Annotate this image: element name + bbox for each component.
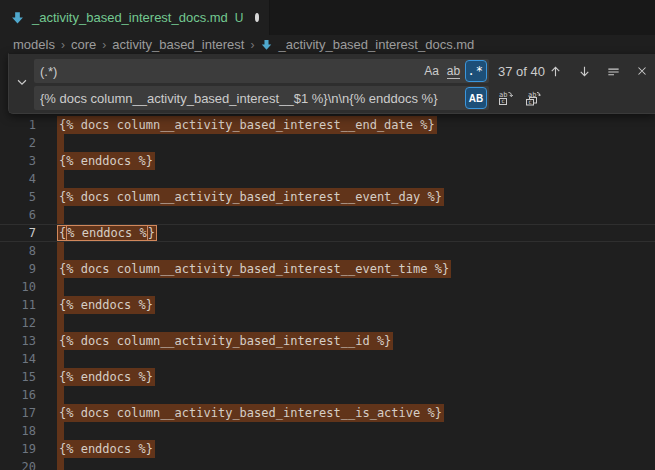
tab-title: _activity_based_interest_docs.md bbox=[32, 10, 228, 25]
previous-match-button[interactable] bbox=[545, 61, 565, 81]
regex-option[interactable]: .* bbox=[466, 61, 486, 81]
breadcrumb: models › core › activity_based_interest … bbox=[0, 35, 655, 54]
find-match-highlight: {% docs column__activity_based_interest_… bbox=[57, 188, 444, 206]
breadcrumb-separator: › bbox=[102, 38, 106, 52]
code-line[interactable]: 12 bbox=[0, 314, 655, 332]
find-match-highlight: {% docs column__activity_based_interest_… bbox=[57, 332, 393, 350]
code-line[interactable]: 4 bbox=[0, 170, 655, 188]
line-number: 18 bbox=[0, 422, 44, 440]
code-line[interactable]: 20 bbox=[0, 458, 655, 470]
breadcrumb-item-models[interactable]: models bbox=[13, 37, 55, 52]
next-match-button[interactable] bbox=[574, 61, 594, 81]
code-line[interactable]: 6 bbox=[0, 206, 655, 224]
code-line[interactable]: 3{% enddocs %} bbox=[0, 152, 655, 170]
find-match-empty bbox=[57, 134, 64, 152]
line-content bbox=[44, 170, 64, 188]
svg-text:c: c bbox=[501, 97, 505, 104]
code-line[interactable]: 14 bbox=[0, 350, 655, 368]
replace-input[interactable] bbox=[34, 86, 466, 110]
line-content: {% enddocs %} bbox=[44, 225, 157, 241]
replace-button[interactable]: ab c bbox=[496, 88, 516, 108]
line-number: 8 bbox=[0, 242, 44, 260]
code-line[interactable]: 5{% docs column__activity_based_interest… bbox=[0, 188, 655, 206]
code-line[interactable]: 13{% docs column__activity_based_interes… bbox=[0, 332, 655, 350]
find-match-highlight: {% enddocs %} bbox=[57, 225, 157, 241]
breadcrumb-item-file[interactable]: _activity_based_interest_docs.md bbox=[260, 37, 474, 52]
line-content bbox=[44, 386, 64, 404]
find-match-empty bbox=[57, 422, 64, 440]
replace-all-icon: ab c bbox=[525, 90, 541, 106]
replace-icon: ab c bbox=[498, 90, 514, 106]
breadcrumb-item-activity-based-interest[interactable]: activity_based_interest bbox=[112, 37, 244, 52]
line-number: 6 bbox=[0, 206, 44, 224]
replace-input-box: AB bbox=[34, 86, 489, 110]
find-match-empty bbox=[57, 386, 64, 404]
code-line[interactable]: 18 bbox=[0, 422, 655, 440]
find-match-empty bbox=[57, 242, 64, 260]
code-line[interactable]: 16 bbox=[0, 386, 655, 404]
code-line[interactable]: 9{% docs column__activity_based_interest… bbox=[0, 260, 655, 278]
find-match-empty bbox=[57, 350, 64, 368]
line-content: {% docs column__activity_based_interest_… bbox=[44, 260, 451, 278]
code-line[interactable]: 19{% enddocs %} bbox=[0, 440, 655, 458]
preserve-case-option[interactable]: AB bbox=[466, 88, 486, 108]
markdown-file-icon bbox=[260, 38, 273, 51]
breadcrumb-separator: › bbox=[61, 38, 65, 52]
find-match-highlight: {% enddocs %} bbox=[57, 296, 155, 314]
code-line[interactable]: 17{% docs column__activity_based_interes… bbox=[0, 404, 655, 422]
find-match-empty bbox=[57, 206, 64, 224]
line-number: 10 bbox=[0, 278, 44, 296]
find-match-highlight: {% docs column__activity_based_interest_… bbox=[57, 404, 444, 422]
line-content bbox=[44, 314, 64, 332]
tab-activity-docs[interactable]: _activity_based_interest_docs.md U bbox=[0, 0, 270, 35]
breadcrumb-file-label: _activity_based_interest_docs.md bbox=[278, 37, 474, 52]
line-content bbox=[44, 350, 64, 368]
breadcrumb-item-core[interactable]: core bbox=[71, 37, 96, 52]
find-match-empty bbox=[57, 314, 64, 332]
code-line[interactable]: 8 bbox=[0, 242, 655, 260]
find-match-empty bbox=[57, 458, 64, 470]
match-case-option[interactable]: Aa bbox=[422, 61, 442, 81]
line-content: {% enddocs %} bbox=[44, 440, 155, 458]
line-content bbox=[44, 458, 64, 470]
code-line[interactable]: 1{% docs column__activity_based_interest… bbox=[0, 116, 655, 134]
line-number: 3 bbox=[0, 152, 44, 170]
arrow-up-icon bbox=[548, 64, 563, 79]
find-match-empty bbox=[57, 170, 64, 188]
close-icon bbox=[635, 64, 649, 78]
close-find-button[interactable] bbox=[632, 61, 652, 81]
line-content: {% enddocs %} bbox=[44, 152, 155, 170]
unsaved-dot-icon[interactable] bbox=[255, 13, 259, 22]
line-number: 5 bbox=[0, 188, 44, 206]
git-untracked-badge: U bbox=[235, 11, 244, 25]
line-content bbox=[44, 206, 64, 224]
line-number: 12 bbox=[0, 314, 44, 332]
find-input[interactable] bbox=[34, 59, 422, 83]
toggle-replace-button[interactable] bbox=[9, 54, 34, 113]
find-match-highlight: {% docs column__activity_based_interest_… bbox=[57, 260, 451, 278]
line-content bbox=[44, 242, 64, 260]
code-line[interactable]: 10 bbox=[0, 278, 655, 296]
find-match-highlight: {% enddocs %} bbox=[57, 152, 155, 170]
code-line[interactable]: 2 bbox=[0, 134, 655, 152]
line-number: 17 bbox=[0, 404, 44, 422]
code-line[interactable]: 15{% enddocs %} bbox=[0, 368, 655, 386]
code-line[interactable]: 11{% enddocs %} bbox=[0, 296, 655, 314]
match-count: 37 of 40 bbox=[498, 64, 545, 79]
find-in-selection-button[interactable] bbox=[603, 61, 623, 81]
line-number: 15 bbox=[0, 368, 44, 386]
markdown-file-icon bbox=[10, 10, 25, 25]
arrow-down-icon bbox=[577, 64, 592, 79]
line-content bbox=[44, 134, 64, 152]
tab-bar: _activity_based_interest_docs.md U bbox=[0, 0, 655, 35]
line-number: 13 bbox=[0, 332, 44, 350]
line-content: {% enddocs %} bbox=[44, 368, 155, 386]
line-content: {% docs column__activity_based_interest_… bbox=[44, 404, 444, 422]
replace-all-button[interactable]: ab c bbox=[523, 88, 543, 108]
whole-word-option[interactable]: ab bbox=[444, 61, 464, 81]
line-content: {% docs column__activity_based_interest_… bbox=[44, 188, 444, 206]
editor[interactable]: 1{% docs column__activity_based_interest… bbox=[0, 116, 655, 470]
code-line[interactable]: 7{% enddocs %} bbox=[0, 224, 655, 242]
line-number: 4 bbox=[0, 170, 44, 188]
line-number: 11 bbox=[0, 296, 44, 314]
